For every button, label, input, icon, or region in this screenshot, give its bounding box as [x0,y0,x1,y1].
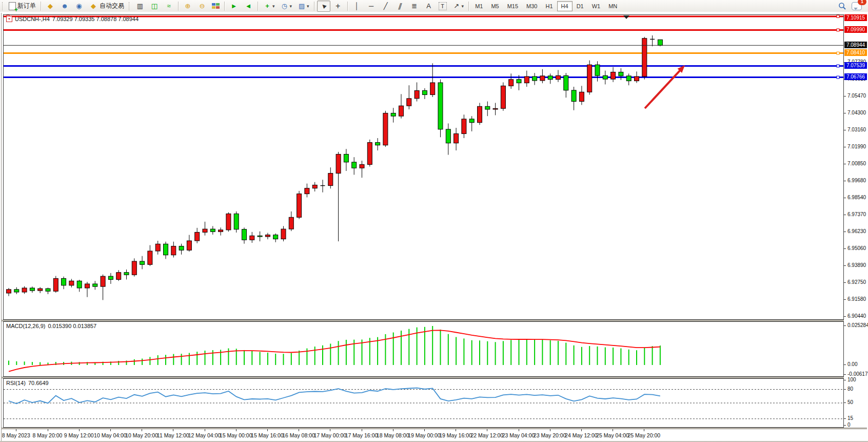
new-order-icon [9,2,16,10]
line-handle[interactable] [837,52,839,54]
trend-arrow-annotation[interactable] [645,69,681,108]
chart-shift-button[interactable]: ◀ [242,1,255,12]
timeframe-button-MN[interactable]: MN [604,1,621,11]
rsi-value: 70.6649 [28,380,49,386]
new-order-button[interactable]: 新订单 [7,1,38,12]
price-tick-label: 0 [847,422,851,428]
price-line-label: 7.08944 [844,42,867,48]
text-tool-button[interactable]: A [422,1,436,12]
zoom-in-button[interactable]: ⊕ [181,1,194,12]
one-click-trading-toggle[interactable]: ▾ [6,16,12,22]
axis-tick-mark [844,299,846,300]
cursor-icon: ▶ [317,0,330,12]
timeframe-button-H4[interactable]: H4 [557,1,573,11]
time-tick-label: 9 May 12:00 [64,432,94,438]
chart-title: ▾ USDCNH-,H4 7.09329 7.09335 7.08878 7.0… [6,16,139,22]
candlestick-mode-button[interactable]: ◫ [148,1,161,12]
timeframe-button-D1[interactable]: D1 [573,1,588,11]
bull-candle [493,108,498,109]
price-axis[interactable]: 7.077807.066107.054707.043007.031607.019… [844,14,867,428]
line-handle[interactable] [837,76,839,79]
trendline-icon: ╱ [381,2,390,11]
autotrading-label: 自动交易 [100,2,124,10]
bull-candle [281,229,286,239]
indicators-button[interactable]: + ▾ [261,1,277,12]
arrows-tool-button[interactable]: ↗ ▾ [450,1,466,12]
time-tick-label: 8 May 20:00 [33,432,63,438]
autoscroll-button[interactable]: ▶ [227,1,241,12]
periods-button[interactable]: ◷ ▾ [278,1,294,12]
price-line-label: 7.08410 [844,49,867,56]
time-tick-mark [613,429,613,431]
templates-button[interactable]: ▨ ▾ [295,1,311,12]
toolbar-grip[interactable] [2,2,5,10]
search-button[interactable] [836,1,849,12]
text-label-tool-button[interactable]: T [437,1,449,12]
bear-candle [517,80,521,83]
line-chart-icon: ≈ [164,2,173,11]
bear-candle [273,235,278,239]
bull-candle [22,288,27,292]
line-chart-mode-button[interactable]: ≈ [162,1,175,12]
trendline-tool-button[interactable]: ╱ [379,1,392,12]
line-handle[interactable] [837,15,839,18]
axis-tick-mark [844,96,846,97]
axis-tick-mark [844,147,846,147]
time-tick-mark [456,429,456,431]
timeframe-button-H1[interactable]: H1 [542,1,557,11]
tile-windows-button[interactable] [210,1,222,12]
timeframe-button-M1[interactable]: M1 [471,1,487,11]
macd-label: MACD(12,26,9) [6,323,45,329]
timeframe-button-W1[interactable]: W1 [588,1,605,11]
line-handle[interactable] [837,29,839,31]
candlestick-series [7,35,663,300]
bull-candle [297,194,302,218]
horizontal-line-tool-button[interactable]: ─ [365,1,378,12]
bull-candle [328,174,333,186]
bear-candle [571,90,576,102]
text-tool-icon: A [424,2,433,11]
time-tick-mark [644,429,644,431]
time-tick-mark [48,429,48,431]
cursor-tool-button[interactable]: ▶ [317,1,330,12]
new-chart-button[interactable]: ◆ [44,1,57,12]
line-handle[interactable] [837,65,839,67]
bull-candle [556,75,561,79]
bear-candle [446,129,450,143]
price-tick-label: 0.00 [847,361,857,368]
notifications-button[interactable]: 1 [850,1,864,12]
autoscroll-icon: ▶ [229,2,239,11]
price-tick-label: 7.00850 [847,161,866,167]
bear-candle [234,214,239,229]
price-tick-label: 100 [847,377,856,383]
time-tick-mark [362,429,362,431]
profiles-button[interactable]: ☻ [58,1,71,12]
bull-candle [219,230,223,232]
axis-tick-mark [844,113,846,113]
timeframe-button-M30[interactable]: M30 [522,1,541,11]
time-tick-label: 17 May 00:00 [313,432,346,438]
fibonacci-tool-button[interactable]: ≣ [408,1,421,12]
bull-candle [155,244,160,251]
bear-candle [210,229,215,232]
vertical-line-tool-button[interactable]: │ [350,1,364,12]
axis-tick-mark [844,181,846,181]
signals-button[interactable]: ◉ [72,1,86,12]
time-axis[interactable]: 8 May 20238 May 20:009 May 12:0010 May 0… [3,429,844,441]
price-tick-label: 7.04300 [847,110,866,116]
timeframe-button-M5[interactable]: M5 [487,1,503,11]
bear-candle [595,65,600,75]
crosshair-tool-button[interactable]: + [331,1,345,12]
toolbar-grip[interactable] [129,2,131,10]
zoom-out-button[interactable]: ⊖ [195,1,209,12]
axis-tick-mark [844,389,846,390]
timeframe-button-M15[interactable]: M15 [503,1,522,11]
autotrading-button[interactable]: ◆ 自动交易 [87,1,126,12]
rsi-chart [4,379,843,427]
bar-chart-mode-button[interactable]: ▥ [133,1,147,12]
chart-symbol-period: USDCNH-,H4 [15,16,50,22]
price-tick-label: 50 [847,399,853,406]
profiles-icon: ☻ [60,2,69,11]
time-tick-label: 8 May 2023 [2,432,30,438]
channel-tool-button[interactable]: ∥ [393,1,407,12]
